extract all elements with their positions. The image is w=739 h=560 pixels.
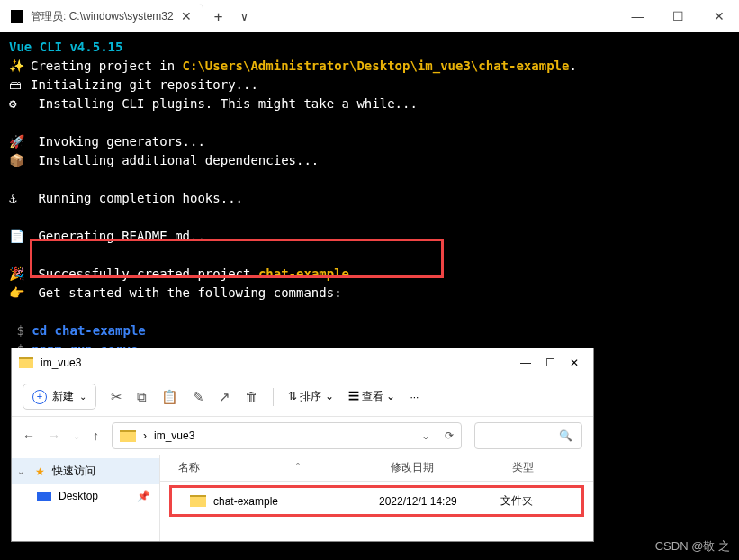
chevron-down-icon: ⌄ [79, 392, 86, 402]
column-headers: 名称ˆ 修改日期 类型 [160, 455, 593, 482]
terminal-titlebar: 管理员: C:\windows\system32 ✕ + ∨ — ☐ ✕ [0, 0, 739, 32]
rocket-icon: 🚀 [9, 132, 31, 151]
sort-button[interactable]: ⇅ 排序 ⌄ [288, 389, 334, 404]
file-name: chat-example [213, 495, 278, 508]
chevron-down-icon: ⌄ [17, 466, 28, 476]
sidebar-item-desktop[interactable]: Desktop 📌 [12, 484, 159, 508]
gear-icon: ⚙ [9, 95, 31, 113]
explorer-close-button[interactable]: ✕ [570, 357, 579, 369]
up-button[interactable]: ↑ [93, 429, 99, 443]
file-icon: 📄 [9, 227, 31, 246]
minimize-button[interactable]: — [617, 0, 658, 32]
search-input[interactable]: 🔍 [474, 422, 582, 449]
sort-indicator-icon: ˆ [296, 462, 300, 474]
column-type[interactable]: 类型 [512, 460, 575, 475]
address-path[interactable]: › im_vue3 ⌄ ⟳ [112, 422, 462, 449]
more-button[interactable]: ··· [410, 391, 419, 403]
star-icon: ★ [35, 465, 45, 478]
rename-icon[interactable]: ✎ [193, 389, 204, 405]
file-date: 2022/12/1 14:29 [379, 495, 500, 508]
explorer-sidebar: ⌄ ★ 快速访问 Desktop 📌 [12, 455, 160, 541]
desktop-icon [37, 492, 51, 501]
terminal-output[interactable]: Vue CLI v4.5.15 ✨Creating project in C:\… [0, 32, 739, 365]
paste-icon[interactable]: 📋 [161, 389, 178, 405]
terminal-tab[interactable]: 管理员: C:\windows\system32 ✕ [0, 4, 203, 30]
prompt: $ [16, 323, 23, 338]
pin-icon: 📌 [137, 490, 150, 502]
maximize-button[interactable]: ☐ [658, 0, 698, 32]
file-row-chat-example[interactable]: chat-example 2022/12/1 14:29 文件夹 [169, 485, 584, 517]
watermark: CSDN @敬 之 [655, 538, 730, 555]
explorer-window-controls: — ☐ ✕ [520, 357, 586, 369]
folder-icon [19, 357, 33, 368]
explorer-title: im_vue3 [41, 357, 81, 369]
share-icon[interactable]: ↗ [219, 389, 230, 405]
explorer-content: ⌄ ★ 快速访问 Desktop 📌 名称ˆ 修改日期 类型 chat-exam… [12, 455, 593, 541]
delete-icon[interactable]: 🗑 [245, 389, 258, 404]
tab-dropdown-icon[interactable]: ∨ [233, 9, 255, 23]
close-button[interactable]: ✕ [698, 0, 739, 32]
new-button[interactable]: + 新建 ⌄ [23, 384, 96, 410]
search-icon: 🔍 [559, 429, 572, 442]
file-pane: 名称ˆ 修改日期 类型 chat-example 2022/12/1 14:29… [160, 455, 593, 541]
copy-icon[interactable]: ⧉ [137, 389, 147, 405]
column-name[interactable]: 名称ˆ [178, 460, 391, 475]
vue-cli-version: Vue CLI v4.5.15 [9, 40, 122, 54]
file-type: 文件夹 [500, 493, 563, 509]
forward-button[interactable]: → [48, 429, 60, 443]
git-icon: 🗃 [9, 76, 31, 95]
tab-close-icon[interactable]: ✕ [181, 9, 192, 23]
point-icon: 👉 [9, 284, 31, 303]
path-separator: › [143, 429, 147, 442]
view-button[interactable]: ☰ 查看 ⌄ [348, 389, 396, 404]
path-segment[interactable]: im_vue3 [154, 429, 194, 442]
back-button[interactable]: ← [23, 429, 35, 443]
explorer-toolbar: + 新建 ⌄ ✂ ⧉ 📋 ✎ ↗ 🗑 ⇅ 排序 ⌄ ☰ 查看 ⌄ ··· [12, 377, 593, 417]
plus-icon: + [32, 390, 47, 404]
folder-icon [190, 495, 206, 507]
explorer-minimize-button[interactable]: — [520, 357, 531, 369]
separator [273, 388, 274, 406]
package-icon: 📦 [9, 151, 31, 170]
new-tab-button[interactable]: + [203, 8, 234, 25]
cmd-cd: cd chat-example [32, 323, 145, 338]
path-dropdown-icon[interactable]: ⌄ [421, 429, 430, 442]
explorer-addressbar: ← → ⌄ ↑ › im_vue3 ⌄ ⟳ 🔍 [12, 417, 593, 455]
anchor-icon: ⚓ [9, 189, 31, 208]
project-path: C:\Users\Administrator\Desktop\im_vue3\c… [183, 59, 570, 73]
window-controls: — ☐ ✕ [617, 0, 739, 32]
recent-dropdown-icon[interactable]: ⌄ [73, 431, 80, 441]
explorer-titlebar[interactable]: im_vue3 — ☐ ✕ [12, 348, 593, 377]
project-name: chat-example [258, 266, 349, 281]
party-icon: 🎉 [9, 265, 31, 284]
terminal-icon [11, 10, 23, 23]
explorer-maximize-button[interactable]: ☐ [545, 357, 555, 369]
tab-title: 管理员: C:\windows\system32 [31, 9, 174, 24]
sidebar-item-quick-access[interactable]: ⌄ ★ 快速访问 [12, 458, 159, 484]
folder-icon [120, 430, 136, 442]
column-date[interactable]: 修改日期 [391, 460, 512, 475]
cut-icon[interactable]: ✂ [111, 389, 122, 405]
refresh-button[interactable]: ⟳ [437, 429, 454, 442]
file-explorer-window: im_vue3 — ☐ ✕ + 新建 ⌄ ✂ ⧉ 📋 ✎ ↗ 🗑 ⇅ 排序 ⌄ … [11, 348, 594, 542]
sparkle-icon: ✨ [9, 57, 31, 76]
